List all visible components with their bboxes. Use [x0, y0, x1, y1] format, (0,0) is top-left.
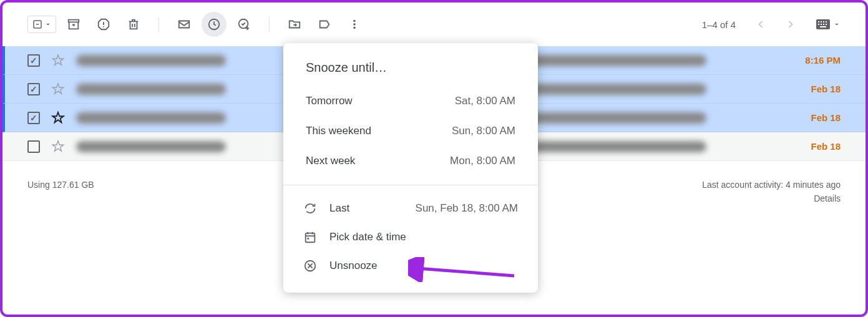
svg-rect-12 — [823, 21, 824, 22]
labels-button[interactable] — [312, 12, 337, 37]
spam-icon — [97, 17, 110, 31]
snooze-option-time: Sun, 8:00 AM — [452, 125, 515, 137]
star-button[interactable] — [51, 111, 65, 125]
email-date: Feb 18 — [791, 84, 841, 94]
chevron-left-icon — [754, 18, 767, 31]
task-add-icon — [237, 17, 251, 31]
details-link[interactable]: Details — [702, 193, 841, 203]
refresh-icon — [303, 202, 317, 215]
mark-unread-button[interactable] — [172, 12, 197, 37]
star-filled-icon — [51, 111, 65, 125]
snooze-unsnooze-label: Unsnooze — [329, 260, 378, 272]
sender-blurred — [76, 112, 226, 124]
email-checkbox[interactable] — [27, 140, 40, 153]
chevron-down-icon — [833, 21, 841, 28]
snooze-last-time: Sun, Feb 18, 8:00 AM — [416, 202, 518, 215]
keyboard-icon — [816, 19, 831, 30]
menu-divider — [283, 185, 538, 185]
svg-rect-15 — [821, 24, 822, 25]
svg-rect-11 — [821, 21, 822, 22]
pagination-text: 1–4 of 4 — [702, 19, 736, 30]
email-date: 8:16 PM — [791, 55, 841, 66]
storage-text: Using 127.61 GB — [27, 180, 94, 203]
svg-rect-16 — [823, 24, 824, 25]
svg-point-6 — [353, 20, 356, 22]
snooze-last-option[interactable]: Last Sun, Feb 18, 8:00 AM — [283, 194, 538, 223]
star-outline-icon — [51, 140, 65, 154]
email-checkbox[interactable] — [27, 83, 40, 95]
snooze-option-time: Sat, 8:00 AM — [455, 95, 515, 107]
star-outline-icon — [51, 54, 65, 67]
star-button[interactable] — [51, 82, 65, 96]
sender-blurred — [76, 55, 226, 66]
more-vertical-icon — [348, 17, 361, 31]
snooze-button[interactable] — [202, 12, 227, 37]
snooze-last-label: Last — [329, 202, 349, 215]
svg-point-7 — [353, 23, 356, 26]
snooze-option-label: Next week — [306, 155, 355, 167]
trash-icon — [127, 17, 140, 31]
snooze-pick-date-option[interactable]: Pick date & time — [283, 223, 538, 251]
add-to-tasks-button[interactable] — [232, 12, 256, 37]
activity-text: Last account activity: 4 minutes ago — [702, 180, 841, 190]
folder-move-icon — [288, 17, 301, 31]
select-all-dropdown[interactable] — [27, 16, 56, 33]
label-icon — [318, 17, 331, 31]
svg-rect-18 — [820, 26, 826, 27]
snooze-option-time: Mon, 8:00 AM — [450, 155, 515, 167]
snooze-pick-label: Pick date & time — [329, 231, 406, 243]
email-checkbox[interactable] — [27, 112, 40, 124]
toolbar: 1–4 of 4 — [2, 2, 866, 46]
svg-rect-13 — [826, 21, 827, 22]
svg-point-3 — [103, 26, 104, 27]
star-button[interactable] — [51, 140, 65, 154]
calendar-icon — [303, 230, 317, 244]
input-tools-button[interactable] — [816, 19, 841, 30]
report-spam-button[interactable] — [91, 12, 116, 37]
delete-button[interactable] — [121, 12, 146, 37]
clock-icon — [207, 17, 221, 31]
snooze-option-weekend[interactable]: This weekend Sun, 8:00 AM — [283, 116, 538, 146]
snooze-menu: Snooze until… Tomorrow Sat, 8:00 AM This… — [283, 43, 538, 293]
sender-blurred — [76, 141, 226, 152]
snooze-option-nextweek[interactable]: Next week Mon, 8:00 AM — [283, 146, 538, 176]
svg-point-8 — [353, 27, 356, 29]
svg-rect-19 — [306, 233, 315, 243]
cancel-circle-icon — [303, 259, 317, 273]
move-to-button[interactable] — [282, 12, 307, 37]
star-outline-icon — [51, 82, 65, 96]
checkbox-outline-icon — [32, 19, 43, 30]
star-button[interactable] — [51, 54, 65, 67]
svg-rect-17 — [826, 24, 827, 25]
toolbar-divider — [158, 17, 159, 32]
svg-rect-10 — [818, 21, 819, 22]
email-checkbox[interactable] — [27, 54, 40, 67]
archive-icon — [67, 17, 80, 31]
sender-blurred — [76, 84, 226, 95]
email-date: Feb 18 — [791, 141, 841, 152]
svg-rect-1 — [36, 24, 39, 25]
mail-icon — [177, 17, 191, 31]
toolbar-divider — [269, 17, 270, 32]
snooze-unsnooze-option[interactable]: Unsnooze — [283, 251, 538, 280]
more-button[interactable] — [342, 12, 367, 37]
svg-rect-23 — [307, 238, 309, 240]
snooze-option-tomorrow[interactable]: Tomorrow Sat, 8:00 AM — [283, 86, 538, 116]
archive-button[interactable] — [61, 12, 86, 37]
snooze-menu-title: Snooze until… — [283, 56, 538, 86]
chevron-down-icon — [44, 21, 52, 28]
chevron-right-icon — [784, 18, 797, 31]
next-page-button[interactable] — [778, 12, 803, 37]
svg-rect-14 — [818, 24, 819, 25]
email-date: Feb 18 — [791, 112, 841, 123]
snooze-option-label: This weekend — [306, 125, 371, 137]
snooze-option-label: Tomorrow — [306, 95, 353, 107]
prev-page-button[interactable] — [748, 12, 773, 37]
